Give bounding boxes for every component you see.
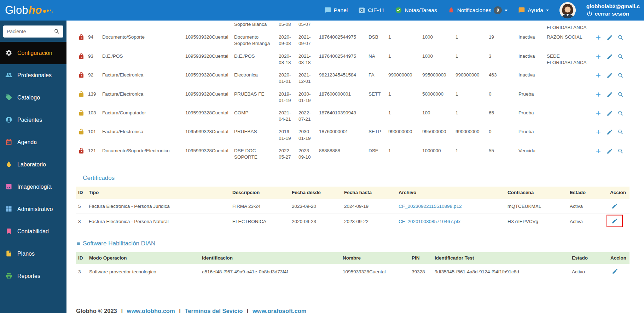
closed-lock-icon[interactable] xyxy=(78,148,85,154)
certificate-file-link[interactable]: CF_20201003085710467.pfx xyxy=(399,219,460,224)
cell-fecha-hasta: 2021-12-01 xyxy=(298,69,319,87)
cell-n4 xyxy=(489,21,518,31)
add-button[interactable] xyxy=(595,72,602,79)
closed-lock-icon[interactable] xyxy=(78,34,85,40)
cell-prefijo: DSB xyxy=(369,31,388,50)
certificate-file-link[interactable]: CF_20230922115510898.p12 xyxy=(399,204,462,209)
cell-desc: DSE DOC SOPORTE xyxy=(234,144,279,163)
date-part: 08-18 xyxy=(298,59,317,66)
date-part: 2020- xyxy=(279,72,296,78)
nav-notas-tareas[interactable]: Notas/Tareas xyxy=(395,7,437,14)
closed-lock-icon[interactable] xyxy=(78,53,85,59)
view-button[interactable] xyxy=(617,110,624,116)
open-lock-icon[interactable] xyxy=(78,91,85,97)
avatar[interactable] xyxy=(559,2,576,18)
user-block: globholab2@gmail.c cerrar sesión xyxy=(586,3,640,18)
cell-desc: Electronica xyxy=(234,69,279,87)
add-button[interactable] xyxy=(595,91,602,98)
add-button[interactable] xyxy=(595,129,602,136)
open-lock-icon[interactable] xyxy=(78,110,85,116)
resolution-row: 101 Factura/Electronica 1095939328Cuenta… xyxy=(76,125,630,144)
open-lock-icon[interactable] xyxy=(78,129,85,135)
sidebar-item-agenda[interactable]: Agenda xyxy=(0,131,66,153)
cell-fecha-hasta: 2021-08-18 xyxy=(298,50,319,69)
edit-button[interactable] xyxy=(607,34,613,41)
view-button[interactable] xyxy=(617,129,624,135)
sidebar-item-configuracion[interactable]: Configuración xyxy=(0,42,66,64)
cell-n2: 50000000 xyxy=(422,88,456,107)
sidebar-item-laboratorio[interactable]: Laboratorio xyxy=(0,153,66,176)
cell-fecha-hasta: 2023-09-10 xyxy=(298,144,319,163)
cell-id: 103 xyxy=(88,107,102,125)
date-part: 2022- xyxy=(279,148,296,154)
footer-link-terminos[interactable]: Terminos del Sevicio xyxy=(185,308,243,313)
nav-cie11[interactable]: CIE-11 xyxy=(358,7,384,14)
dian-header-row: ID Modo Operacion Identificacion Nombre … xyxy=(76,252,630,264)
sidebar-item-reportes[interactable]: Reportes xyxy=(0,265,66,287)
closed-lock-icon[interactable] xyxy=(78,72,85,78)
date-part: 2023- xyxy=(298,148,317,154)
cell-tipo: Factura/Computador xyxy=(102,107,185,125)
sidebar-item-pacientes[interactable]: Pacientes xyxy=(0,109,66,131)
sidebar-item-profesionales[interactable]: Profesionales xyxy=(0,64,66,86)
add-button[interactable] xyxy=(595,53,602,60)
edit-button[interactable] xyxy=(607,110,613,116)
cell-actions xyxy=(590,144,630,163)
cell-id: 3 xyxy=(76,264,89,279)
edit-button[interactable] xyxy=(607,53,613,60)
search-button[interactable] xyxy=(50,25,63,38)
cell-resolucion: 18764010390943 xyxy=(319,107,369,125)
view-button[interactable] xyxy=(617,91,624,98)
sidebar-item-label: Reportes xyxy=(17,273,40,279)
view-button[interactable] xyxy=(617,148,624,154)
cell-actions xyxy=(590,125,630,144)
add-button[interactable] xyxy=(595,148,602,155)
section-title-label: Certificados xyxy=(83,175,115,182)
add-button[interactable] xyxy=(595,110,602,117)
cell-accion xyxy=(610,264,630,279)
logout-button[interactable]: cerrar sesión xyxy=(586,10,640,18)
brand-logo[interactable]: Globho xyxy=(0,4,66,17)
sidebar-item-administrativo[interactable]: Administrativo xyxy=(0,198,66,220)
cell-estado: Activa xyxy=(570,214,610,229)
cell-prefijo: FA xyxy=(369,69,388,87)
sidebar-item-planos[interactable]: Planos xyxy=(0,243,66,265)
nav-ayuda[interactable]: Ayuda xyxy=(518,7,549,14)
footer-link-grafosoft[interactable]: www.grafosoft.com xyxy=(253,308,306,313)
cell-estado: Prueba xyxy=(518,88,547,107)
col-header: Descripcion xyxy=(232,187,292,199)
sidebar-item-imagenologia[interactable]: Imagenología xyxy=(0,176,66,198)
cell-n4: 55 xyxy=(489,144,518,163)
cell-cuenta: 1095939328Cuental xyxy=(185,31,234,50)
view-button[interactable] xyxy=(617,53,624,60)
add-button[interactable] xyxy=(595,34,602,41)
nav-panel[interactable]: Panel xyxy=(324,7,348,14)
nav-notificaciones[interactable]: Notificaciones 0 xyxy=(448,6,508,14)
edit-button[interactable] xyxy=(607,148,613,154)
edit-button[interactable] xyxy=(607,129,613,135)
resolution-row-partial: Soporte Blanca 05-08 05-07 FLORIDABLANCA xyxy=(76,21,630,31)
footer-link-globho[interactable]: www.globho.com xyxy=(127,308,175,313)
col-header: Estado xyxy=(572,252,610,264)
view-button[interactable] xyxy=(617,72,624,79)
edit-button[interactable] xyxy=(607,72,613,79)
sidebar-item-catalogo[interactable]: Catalogo xyxy=(0,86,66,109)
edit-button[interactable] xyxy=(607,91,613,98)
cell-fecha-desde: 2020-09-08 xyxy=(279,31,298,50)
cell-lock xyxy=(76,50,88,69)
sidebar-item-contabilidad[interactable]: Contabilidad xyxy=(0,220,66,243)
search-input[interactable] xyxy=(3,25,50,38)
cell-descripcion: ELECTRONICA xyxy=(232,214,292,229)
sidebar-item-label: Catalogo xyxy=(17,95,40,101)
edit-button[interactable] xyxy=(610,202,619,210)
date-part: 2021- xyxy=(298,34,317,40)
droplet-icon xyxy=(5,161,13,169)
cell-n4: 65 xyxy=(489,107,518,125)
edit-button[interactable] xyxy=(610,217,619,225)
cell-n2: 1000 xyxy=(422,31,456,50)
cell-estado: Prueba xyxy=(518,107,547,125)
cell-estado: Activa xyxy=(570,199,610,214)
edit-button[interactable] xyxy=(610,267,620,275)
view-button[interactable] xyxy=(617,34,624,41)
cell-estado: Vencida xyxy=(518,144,547,163)
